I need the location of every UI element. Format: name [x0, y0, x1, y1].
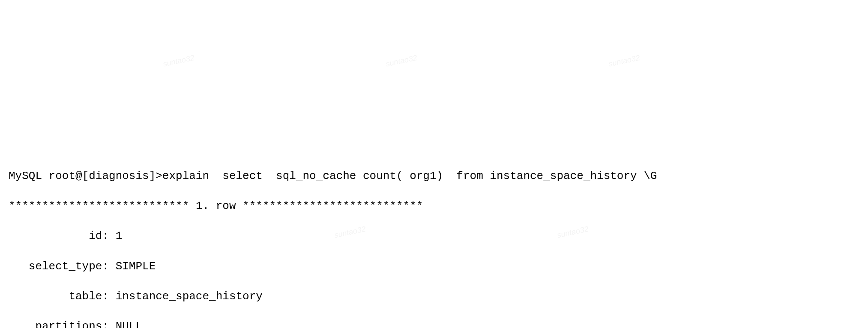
field-label: partitions [9, 319, 102, 328]
field-id: id: 1 [9, 229, 859, 244]
field-value: 1 [116, 229, 123, 244]
field-label: select_type [9, 259, 102, 274]
field-label: id [9, 229, 102, 244]
field-label: table [9, 289, 102, 304]
field-value: instance_space_history [116, 289, 263, 304]
field-partitions: partitions: NULL [9, 319, 859, 328]
watermark: suntao32 [162, 53, 195, 69]
field-value: NULL [116, 319, 142, 328]
field-select-type: select_type: SIMPLE [9, 259, 859, 274]
row-header: *************************** 1. row *****… [9, 199, 859, 214]
field-sep: : [102, 319, 115, 328]
stars-right: *************************** [242, 200, 423, 212]
field-value: SIMPLE [116, 259, 156, 274]
row-label: 1. row [189, 200, 242, 212]
field-table: table: instance_space_history [9, 289, 859, 304]
watermark: suntao32 [608, 53, 641, 69]
prompt-line: MySQL root@[diagnosis]>explain select sq… [9, 169, 859, 184]
field-sep: : [102, 229, 115, 244]
field-sep: : [102, 259, 115, 274]
stars-left: *************************** [9, 200, 189, 212]
watermark: suntao32 [385, 53, 418, 69]
field-sep: : [102, 289, 115, 304]
